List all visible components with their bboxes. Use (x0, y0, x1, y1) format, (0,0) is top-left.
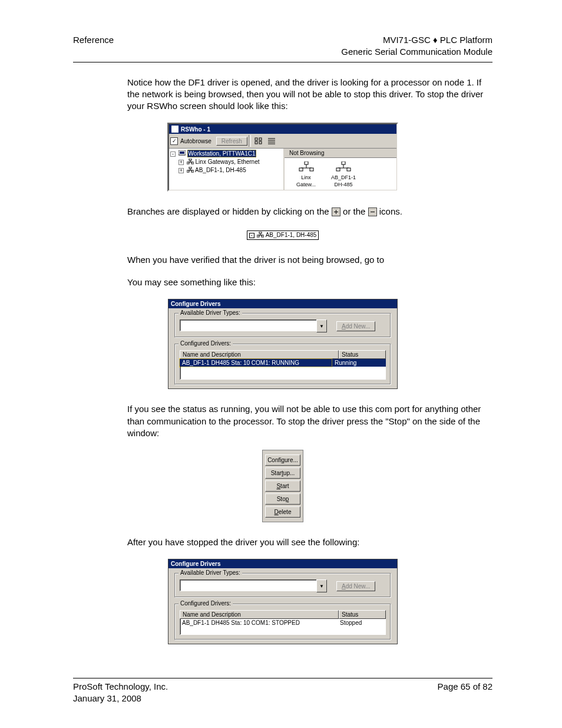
driver-row-running[interactable]: AB_DF1-1 DH485 Sta: 10 COM1: RUNNING Run… (180, 359, 386, 367)
treenode-sample: - AB_DF1-1, DH-485 (247, 230, 319, 240)
column-name[interactable]: Name and Description (180, 610, 339, 619)
list-item-label: Gatew... (296, 182, 316, 187)
figure-rswho: RSWho - 1 ✓ Autobrowse Refresh (73, 123, 492, 192)
column-status[interactable]: Status (339, 610, 386, 619)
svg-rect-33 (257, 235, 259, 237)
configure-button.[interactable]: Configure... (265, 454, 300, 466)
addnew-label-text: dd New... (346, 583, 371, 589)
combo-dropdown-button[interactable]: ▼ (316, 319, 327, 332)
rswho-title: RSWho - 1 (181, 126, 210, 133)
figure-treenode: - AB_DF1-1, DH-485 (73, 229, 492, 240)
configured-group-label: Configured Drivers: (178, 600, 233, 607)
svg-rect-14 (191, 162, 194, 164)
driver-name: AB_DF1-1 DH485 Sta: 10 COM1: RUNNING (179, 358, 332, 367)
add-new-button[interactable]: Add New... (336, 581, 375, 591)
paragraph-verified: When you have verified that the driver i… (127, 254, 492, 266)
combo-input[interactable] (180, 319, 316, 331)
paragraph-running: If you see the status as running, you wi… (127, 403, 492, 439)
collapse-icon[interactable]: - (170, 151, 176, 157)
footer-rule (73, 678, 492, 678)
view-large-icons-button[interactable] (252, 135, 265, 147)
svg-rect-1 (259, 138, 262, 140)
configure-drivers-title[interactable]: Configure Drivers (168, 299, 397, 308)
list-item-abdf1[interactable]: AB_DF1-1 DH-485 (331, 162, 356, 187)
button-stack: Configure... Startup... Start Stop Delet… (262, 450, 303, 522)
rswho-tree[interactable]: - Workstation, PITTWA1C1 + Linx Gatewa (169, 149, 285, 190)
configure-drivers-title[interactable]: Configure Drivers (168, 559, 397, 568)
check-mark-icon: ✓ (172, 139, 177, 144)
view-details-button[interactable] (265, 135, 278, 147)
paragraph-maysee: You may see something like this: (127, 276, 492, 288)
listview-header: Name and Description Status (180, 610, 386, 619)
network-icon (257, 232, 264, 239)
rswho-titlebar[interactable]: RSWho - 1 (169, 124, 396, 134)
available-driver-types-group: Available Driver Types: ▼ Add New... (174, 313, 391, 338)
available-group-label: Available Driver Types: (178, 309, 242, 316)
svg-rect-30 (259, 232, 262, 233)
paragraph-text: or the (343, 206, 368, 216)
rswho-list-pane: Not Browsing Linx Gatew... AB_DF1-1 DH-4… (285, 149, 396, 190)
configured-drivers-group: Configured Drivers: Name and Description… (174, 604, 391, 640)
configure-drivers-window-stopped: Configure Drivers Available Driver Types… (168, 559, 398, 644)
autobrowse-label: Autobrowse (180, 138, 211, 144)
network-icon (187, 159, 194, 166)
tree-child1[interactable]: Linx Gateways, Ethernet (196, 159, 260, 165)
paragraph-intro: Notice how the DF1 driver is opened, and… (127, 77, 492, 113)
add-new-button[interactable]: Add New... (336, 321, 375, 331)
network-icon (299, 162, 314, 173)
paragraph-text: icons. (379, 206, 402, 216)
collapse-icon: - (249, 233, 254, 238)
drivers-listview[interactable]: Name and Description Status AB_DF1-1 DH4… (180, 350, 386, 380)
large-icons-icon (254, 137, 263, 144)
network-icon (187, 167, 194, 174)
expand-icon[interactable]: + (178, 160, 184, 165)
header-right-line2: Generic Serial Communication Module (341, 46, 492, 58)
svg-rect-15 (189, 167, 191, 169)
treenode-label: AB_DF1-1, DH-485 (266, 232, 317, 238)
expand-icon (332, 207, 340, 216)
chevron-down-icon: ▼ (319, 324, 324, 329)
svg-rect-10 (189, 159, 191, 160)
delete-button[interactable]: Delete (265, 506, 300, 518)
chevron-down-icon: ▼ (319, 584, 324, 589)
list-item-label: Linx (301, 174, 311, 180)
toolbar-separator (249, 135, 251, 147)
svg-rect-18 (187, 170, 189, 172)
list-item-linx[interactable]: Linx Gatew... (296, 162, 316, 187)
svg-rect-2 (255, 141, 257, 144)
driver-name: AB_DF1-1 DH485 Sta: 10 COM1: STOPPED (180, 619, 338, 627)
svg-rect-19 (191, 170, 194, 172)
tree-child2[interactable]: AB_DF1-1, DH-485 (195, 167, 246, 173)
combo-dropdown-button[interactable]: ▼ (316, 579, 327, 592)
autobrowse-checkbox[interactable]: ✓ (170, 137, 178, 145)
drivers-listview[interactable]: Name and Description Status AB_DF1-1 DH4… (180, 610, 386, 635)
footer-left: ProSoft Technology, Inc. January 31, 200… (73, 681, 168, 705)
paragraph-after-stop: After you have stopped the driver you wi… (127, 536, 492, 548)
configure-drivers-window: Configure Drivers Available Driver Types… (168, 299, 398, 389)
driver-type-combo[interactable]: ▼ (180, 319, 327, 332)
combo-input[interactable] (180, 579, 316, 591)
driver-type-combo[interactable]: ▼ (180, 579, 327, 592)
list-item-label: AB_DF1-1 (331, 174, 356, 180)
footer-page-number: Page 65 of 82 (438, 681, 492, 705)
refresh-button[interactable]: Refresh (216, 137, 247, 146)
addnew-label-text: dd New... (346, 323, 371, 330)
page-footer: ProSoft Technology, Inc. January 31, 200… (73, 678, 492, 705)
svg-rect-34 (262, 235, 264, 237)
header-rule (73, 62, 492, 62)
stop-button[interactable]: Stop (265, 493, 300, 505)
column-status[interactable]: Status (339, 350, 386, 359)
list-item-label: DH-485 (335, 182, 353, 187)
expand-icon[interactable]: + (178, 168, 184, 173)
start-button[interactable]: Start (265, 480, 300, 492)
details-icon (267, 137, 276, 144)
header-right: MVI71-GSC ♦ PLC Platform Generic Serial … (341, 34, 492, 58)
tree-root-selected[interactable]: Workstation, PITTWA1C1 (187, 150, 257, 157)
footer-company: ProSoft Technology, Inc. (73, 681, 168, 693)
startup-button[interactable]: Startup... (265, 467, 300, 479)
page-header: Reference MVI71-GSC ♦ PLC Platform Gener… (73, 34, 492, 58)
column-name[interactable]: Name and Description (180, 350, 339, 359)
driver-row-stopped[interactable]: AB_DF1-1 DH485 Sta: 10 COM1: STOPPED Sto… (180, 619, 386, 627)
rswho-app-icon (171, 126, 178, 133)
header-right-line1: MVI71-GSC ♦ PLC Platform (341, 34, 492, 46)
